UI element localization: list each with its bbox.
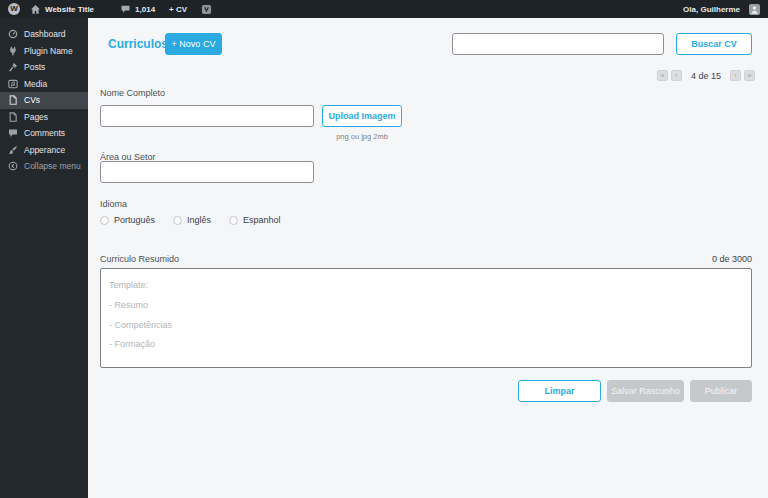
radio-espanhol[interactable] bbox=[229, 216, 238, 225]
plugin-badge[interactable] bbox=[201, 4, 212, 15]
sidebar-item-label: CVs bbox=[24, 95, 40, 105]
admin-sidebar: Dashboard Plugin Name Posts Media CVs bbox=[0, 18, 88, 498]
page-title: Curriculos bbox=[108, 33, 168, 55]
pagination-first-button[interactable]: « bbox=[657, 70, 668, 81]
radio-espanhol-label: Espanhol bbox=[243, 215, 281, 225]
curriculo-resumido-label: Curriculo Resumido bbox=[100, 254, 179, 264]
sidebar-item-dashboard[interactable]: Dashboard bbox=[0, 26, 88, 43]
site-name-link[interactable]: Website Title bbox=[30, 4, 94, 15]
sidebar-item-label: Posts bbox=[24, 62, 45, 72]
publicar-button[interactable]: Publicar bbox=[690, 380, 752, 402]
sidebar-item-plugin-name[interactable]: Plugin Name bbox=[0, 43, 88, 60]
main-content: Curriculos + Novo CV Buscar CV « ‹ 4 de … bbox=[88, 18, 768, 498]
avatar bbox=[749, 4, 760, 15]
pagination-label: 4 de 15 bbox=[691, 71, 721, 81]
cv-icon bbox=[8, 95, 18, 105]
sidebar-item-label: Plugin Name bbox=[24, 46, 73, 56]
new-cv-menu[interactable]: + CV bbox=[169, 5, 187, 14]
radio-ingles[interactable] bbox=[173, 216, 182, 225]
salvar-rascunho-button[interactable]: Salvar Rascunho bbox=[607, 380, 684, 402]
sidebar-item-pages[interactable]: Pages bbox=[0, 109, 88, 126]
plugin-badge-icon bbox=[201, 4, 212, 15]
new-cv-label: + CV bbox=[169, 5, 187, 14]
admin-bar: W Website Title 1,014 + CV Ola, Guilherm… bbox=[0, 0, 768, 18]
sidebar-collapse-menu[interactable]: Collapse menu bbox=[0, 158, 88, 175]
nome-completo-input[interactable] bbox=[100, 105, 314, 127]
collapse-menu-label: Collapse menu bbox=[24, 161, 81, 171]
pagination-prev-button[interactable]: ‹ bbox=[671, 70, 682, 81]
radio-portugues-label: Português bbox=[114, 215, 155, 225]
radio-portugues[interactable] bbox=[100, 216, 109, 225]
account-menu[interactable]: Ola, Guilherme bbox=[683, 4, 760, 15]
home-icon bbox=[30, 4, 41, 15]
search-input[interactable] bbox=[452, 33, 664, 55]
sidebar-item-label: Dashboard bbox=[24, 29, 66, 39]
form-actions: Limpar Salvar Rascunho Publicar bbox=[518, 380, 752, 402]
sidebar-item-label: Pages bbox=[24, 112, 48, 122]
wordpress-logo-icon: W bbox=[8, 3, 20, 15]
idioma-radio-group: Português Inglês Espanhol bbox=[100, 215, 281, 225]
character-counter: 0 de 3000 bbox=[712, 254, 752, 264]
media-icon bbox=[8, 79, 18, 89]
upload-hint: png ou jpg 2mb bbox=[322, 132, 402, 141]
limpar-button[interactable]: Limpar bbox=[518, 380, 601, 402]
pages-icon bbox=[8, 112, 18, 122]
curriculo-resumido-textarea[interactable] bbox=[100, 268, 752, 368]
sidebar-item-comments[interactable]: Comments bbox=[0, 125, 88, 142]
nome-completo-label: Nome Completo bbox=[100, 88, 165, 98]
upload-imagem-button[interactable]: Upload Imagem bbox=[322, 105, 402, 127]
comments-icon bbox=[8, 128, 18, 138]
sidebar-item-appearance[interactable]: Apperance bbox=[0, 142, 88, 159]
idioma-label: Idioma bbox=[100, 199, 127, 209]
radio-group-ingles: Inglês bbox=[173, 215, 211, 225]
pagination-last-button[interactable]: » bbox=[744, 70, 755, 81]
appearance-icon bbox=[8, 145, 18, 155]
site-name-label: Website Title bbox=[45, 5, 94, 14]
plugin-icon bbox=[8, 46, 18, 56]
pagination: « ‹ 4 de 15 › » bbox=[657, 70, 755, 81]
radio-group-portugues: Português bbox=[100, 215, 155, 225]
greeting-label: Ola, Guilherme bbox=[683, 5, 740, 14]
comments-counter[interactable]: 1,014 bbox=[120, 4, 155, 14]
radio-ingles-label: Inglês bbox=[187, 215, 211, 225]
sidebar-item-label: Media bbox=[24, 79, 47, 89]
dashboard-icon bbox=[8, 29, 18, 39]
comment-bubble-icon bbox=[120, 4, 131, 14]
comments-count-label: 1,014 bbox=[135, 5, 155, 14]
posts-icon bbox=[8, 62, 18, 72]
buscar-cv-button[interactable]: Buscar CV bbox=[676, 33, 752, 55]
wordpress-menu[interactable]: W bbox=[8, 3, 20, 15]
sidebar-item-posts[interactable]: Posts bbox=[0, 59, 88, 76]
collapse-icon bbox=[8, 161, 18, 171]
novo-cv-button[interactable]: + Novo CV bbox=[165, 33, 222, 55]
sidebar-item-label: Comments bbox=[24, 128, 65, 138]
sidebar-item-cvs[interactable]: CVs bbox=[0, 92, 88, 109]
sidebar-item-media[interactable]: Media bbox=[0, 76, 88, 93]
sidebar-item-label: Apperance bbox=[24, 145, 65, 155]
area-setor-input[interactable] bbox=[100, 161, 314, 183]
radio-group-espanhol: Espanhol bbox=[229, 215, 281, 225]
pagination-next-button[interactable]: › bbox=[730, 70, 741, 81]
